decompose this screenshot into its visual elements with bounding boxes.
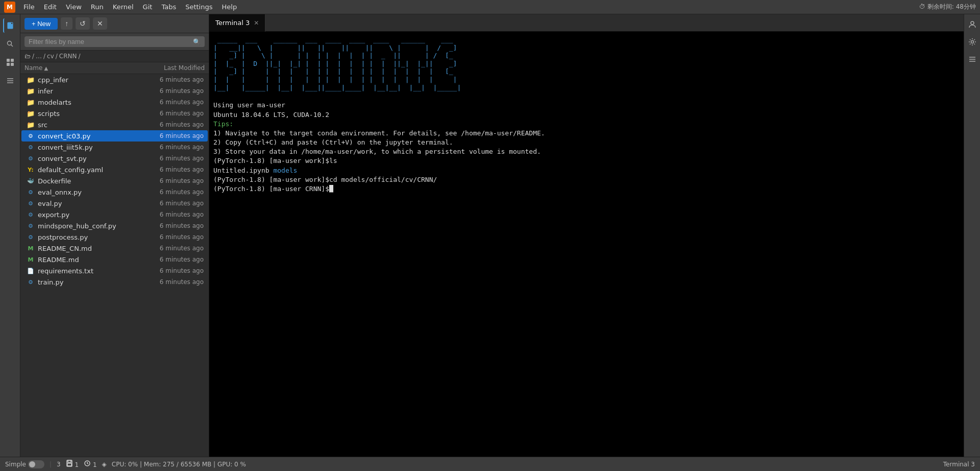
svg-point-11 [971,41,973,43]
search-sidebar-icon[interactable] [3,37,17,51]
list-item[interactable]: Y: default_config.yaml 6 minutes ago [21,164,208,175]
list-item[interactable]: M README.md 6 minutes ago [21,254,208,265]
list-item[interactable]: 📁 src 6 minutes ago [21,119,208,130]
file-name: train.py [38,278,132,286]
menu-tabs[interactable]: Tabs [157,2,180,12]
svg-rect-6 [11,63,14,66]
file-list: 📁 cpp_infer 6 minutes ago 📁 infer 6 minu… [20,74,209,457]
list-item[interactable]: 📁 modelarts 6 minutes ago [21,97,208,108]
file-modified: 6 minutes ago [132,222,204,229]
breadcrumb-dots[interactable]: … [36,53,42,60]
file-modified: 6 minutes ago [132,87,204,95]
upload-button[interactable]: ↑ [61,17,72,30]
list-item[interactable]: 📁 cpp_infer 6 minutes ago [21,74,208,85]
file-name: eval_onnx.py [38,189,132,196]
menu-help[interactable]: Help [218,2,241,12]
list-item[interactable]: ⚙ convert_svt.py 6 minutes ago [21,153,208,164]
md-file-icon: M [26,255,36,264]
file-modified: 6 minutes ago [132,76,204,83]
terminal-line: (PyTorch-1.8) [ma-user work]$cd models/o… [213,175,960,184]
main-layout: + New ↑ ↺ ✕ 🔍 🗁 / … / cv / CRNN / Name [0,14,980,457]
svg-rect-5 [7,63,10,66]
clear-button[interactable]: ✕ [93,17,107,30]
list-item[interactable]: ⚙ convert_iiit5k.py 6 minutes ago [21,142,208,153]
file-name: convert_iiit5k.py [38,144,132,151]
list-item[interactable]: ⚙ mindspore_hub_conf.py 6 minutes ago [21,220,208,231]
python-file-icon: ⚙ [26,278,36,286]
list-item[interactable]: ⚙ export.py 6 minutes ago [21,209,208,220]
menu-file[interactable]: File [19,2,39,12]
list-item[interactable]: ⚙ eval.py 6 minutes ago [21,198,208,209]
ascii-art-line-6: | | | | | | | | | | | | | | | | | | | [213,76,960,84]
list-item[interactable]: 📄 requirements.txt 6 minutes ago [21,265,208,276]
file-name: convert_ic03.py [38,132,132,140]
file-name: requirements.txt [38,267,132,275]
list-item[interactable]: 📁 infer 6 minutes ago [21,85,208,97]
file-toolbar: + New ↑ ↺ ✕ [20,14,209,33]
file-modified: 6 minutes ago [132,200,204,207]
list-item[interactable]: 📁 scripts 6 minutes ago [21,108,208,119]
simple-mode-toggle[interactable]: Simple [5,460,44,468]
list-item[interactable]: ⚙ convert_ic03.py 6 minutes ago [21,130,208,142]
menu-settings[interactable]: Settings [181,2,216,12]
file-modified: 6 minutes ago [132,211,204,218]
breadcrumb-crnn[interactable]: CRNN [59,53,77,60]
terminal-line: Untitled.ipynb models [213,166,960,175]
terminal-tab[interactable]: Terminal 3 ✕ [209,14,265,32]
menu-view[interactable]: View [62,2,86,12]
settings-icon[interactable] [966,36,978,48]
list-icon[interactable] [3,74,17,88]
menu-kernel[interactable]: Kernel [109,2,138,12]
file-modified: 6 minutes ago [132,99,204,106]
terminal-content[interactable]: _____ ___ ______ ___ ____ ____ ____ ____… [209,32,964,457]
list-item[interactable]: M README_CN.md 6 minutes ago [21,243,208,254]
menu-run[interactable]: Run [87,2,108,12]
svg-line-2 [11,45,13,47]
folder-icon: 📁 [26,87,36,95]
file-list-header: Name ▲ Last Modified [20,62,209,74]
file-modified: 6 minutes ago [132,144,204,151]
txt-file-icon: 📄 [26,267,36,275]
name-column-header[interactable]: Name ▲ [24,64,133,72]
ascii-art-line-7: |__| |_____| |__| |___||____|____| |__|_… [213,84,960,92]
search-wrap: 🔍 [24,36,205,47]
list-item[interactable]: ⚙ train.py 6 minutes ago [21,276,208,288]
file-name: src [38,121,132,129]
modified-column-header[interactable]: Last Modified [133,64,205,72]
terminal-line: Ubuntu 18.04.6 LTS, CUDA-10.2 [213,110,960,120]
refresh-button[interactable]: ↺ [76,17,90,30]
ascii-art-line-4: | |_ | D ||_| |_| | | | | | | | | ||_| |… [213,60,960,68]
breadcrumb: 🗁 / … / cv / CRNN / [20,51,209,62]
file-panel: + New ↑ ↺ ✕ 🔍 🗁 / … / cv / CRNN / Name [20,14,209,457]
search-icon: 🔍 [193,38,201,45]
file-name: default_config.yaml [38,166,132,174]
status-right-terminal: Terminal 3 [943,461,975,468]
menu-git[interactable]: Git [139,2,157,12]
new-button[interactable]: + New [24,18,58,30]
list-item[interactable]: ⚙ postprocess.py 6 minutes ago [21,231,208,243]
menu-edit[interactable]: Edit [40,2,61,12]
svg-point-10 [971,21,974,25]
file-name: scripts [38,110,132,117]
sort-arrow-icon: ▲ [44,65,48,71]
search-input[interactable] [29,38,193,45]
menu-icon[interactable] [966,53,978,65]
python-file-icon: ⚙ [26,210,36,219]
python-file-icon: ⚙ [26,188,36,196]
user-icon[interactable] [966,18,978,31]
app-logo: M [4,2,15,13]
folder-icon: 📁 [26,98,36,106]
terminal-tab-close[interactable]: ✕ [254,19,259,27]
breadcrumb-cv[interactable]: cv [47,53,54,60]
list-item[interactable]: 🐳 Dockerfile 6 minutes ago [21,175,208,186]
simple-mode-label: Simple [5,461,26,468]
tab-count-badge: 3 [57,461,61,468]
file-name: mindspore_hub_conf.py [38,222,132,230]
python-file-icon: ⚙ [26,154,36,162]
files-icon[interactable] [3,18,17,33]
terminal-line: Tips: [213,120,960,129]
terminal-tab-bar: Terminal 3 ✕ [209,14,964,32]
file-name: convert_svt.py [38,155,132,162]
list-item[interactable]: ⚙ eval_onnx.py 6 minutes ago [21,186,208,198]
extensions-icon[interactable] [3,55,17,69]
